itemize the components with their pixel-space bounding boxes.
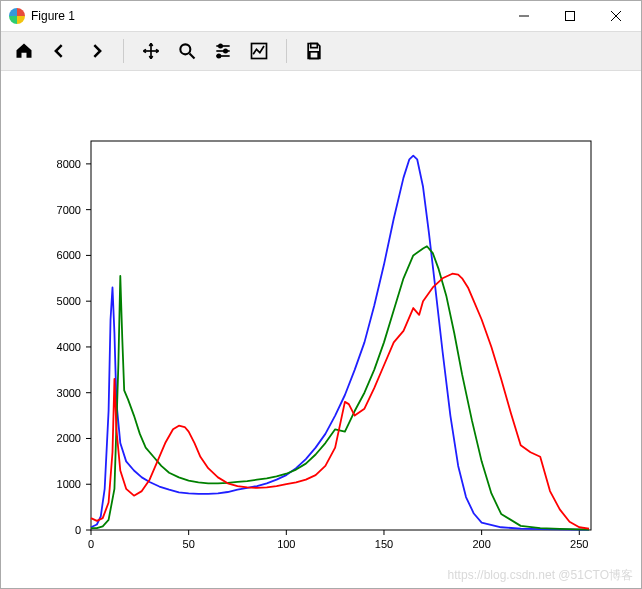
- svg-rect-1: [566, 12, 575, 21]
- svg-text:2000: 2000: [57, 432, 81, 444]
- chart: 0501001502002500100020003000400050006000…: [1, 71, 641, 589]
- home-button[interactable]: [7, 36, 41, 66]
- configure-button[interactable]: [206, 36, 240, 66]
- separator: [286, 39, 287, 63]
- svg-text:6000: 6000: [57, 249, 81, 261]
- svg-text:0: 0: [75, 524, 81, 536]
- svg-point-11: [219, 44, 222, 47]
- svg-text:4000: 4000: [57, 341, 81, 353]
- titlebar: Figure 1: [1, 1, 641, 31]
- svg-text:200: 200: [472, 538, 490, 550]
- zoom-button[interactable]: [170, 36, 204, 66]
- svg-text:3000: 3000: [57, 387, 81, 399]
- svg-rect-16: [310, 52, 318, 59]
- window-title: Figure 1: [31, 9, 75, 23]
- save-button[interactable]: [297, 36, 331, 66]
- svg-text:5000: 5000: [57, 295, 81, 307]
- svg-rect-17: [91, 141, 591, 530]
- figure-window: Figure 1 0501001502002500100020003000400…: [0, 0, 642, 589]
- svg-text:150: 150: [375, 538, 393, 550]
- close-button[interactable]: [593, 1, 639, 31]
- toolbar: [1, 31, 641, 71]
- svg-text:8000: 8000: [57, 158, 81, 170]
- minimize-button[interactable]: [501, 1, 547, 31]
- svg-text:250: 250: [570, 538, 588, 550]
- svg-text:7000: 7000: [57, 204, 81, 216]
- svg-rect-15: [311, 44, 318, 48]
- svg-point-12: [224, 49, 227, 52]
- pan-button[interactable]: [134, 36, 168, 66]
- svg-text:50: 50: [183, 538, 195, 550]
- svg-point-6: [180, 44, 190, 54]
- forward-button[interactable]: [79, 36, 113, 66]
- svg-line-7: [190, 54, 195, 59]
- separator: [123, 39, 124, 63]
- plot-area[interactable]: 0501001502002500100020003000400050006000…: [1, 71, 641, 588]
- edit-button[interactable]: [242, 36, 276, 66]
- svg-text:100: 100: [277, 538, 295, 550]
- svg-text:0: 0: [88, 538, 94, 550]
- svg-point-13: [217, 54, 220, 57]
- maximize-button[interactable]: [547, 1, 593, 31]
- back-button[interactable]: [43, 36, 77, 66]
- svg-text:1000: 1000: [57, 478, 81, 490]
- matplotlib-icon: [9, 8, 25, 24]
